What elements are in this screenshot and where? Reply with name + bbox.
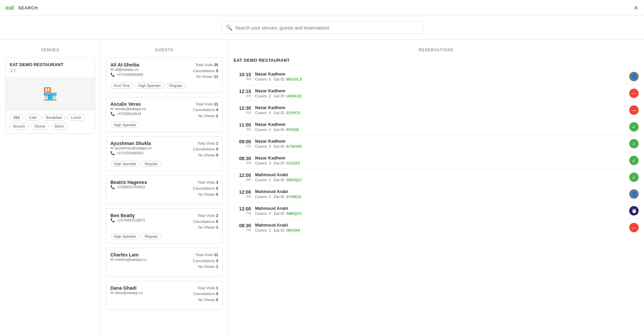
header: eat SEARCH ✕	[0, 0, 644, 16]
reservation-item[interactable]: 12:00 AM Mahmoud Arabi Covers: 2 Eat ID:…	[234, 186, 639, 202]
store-icon: 🏪	[43, 87, 58, 101]
search-input[interactable]	[235, 25, 418, 31]
guest-badges: High SpenderRegular	[110, 233, 218, 239]
guest-item[interactable]: Ayushman Shukla ✉ayushman@eatapp.co 📞+97…	[106, 136, 222, 172]
reservation-time-value: 09:00	[234, 139, 251, 144]
guest-item[interactable]: Charles Lam ✉charles@eatapp.co Total Vis…	[106, 248, 222, 277]
guests-section: GUESTS Ali Al-Sheiba ✉ali@eatapp.co 📞+97…	[101, 40, 228, 336]
reservation-time: 12:15 AM	[234, 89, 251, 98]
reservation-item[interactable]: 10:15 AM Nezar Kadhem Covers: 5 Eat ID: …	[234, 68, 639, 85]
reservation-item[interactable]: 12:00 AM Mahmoud Arabi Covers: 2 Eat ID:…	[234, 169, 639, 186]
reservation-id: 21PUC5	[286, 111, 300, 115]
no-shows: No Shows 1	[193, 225, 218, 231]
venue-tag: Bistro	[51, 123, 68, 130]
reservation-name: Mahmoud Arabi	[255, 172, 625, 177]
reservation-item[interactable]: 12:15 AM Nezar Kadhem Covers: 2 Eat ID: …	[234, 85, 639, 102]
reservation-id: XY0MZA	[286, 195, 301, 199]
reservation-meta: Covers: 3 Eat ID: G116X3	[255, 161, 625, 165]
reservation-time: 12:00 AM	[234, 189, 251, 198]
cancellations: Cancellations 5	[193, 68, 218, 74]
cancellations: Cancellations 5	[193, 219, 218, 225]
venue-tag: Dinner	[31, 123, 49, 130]
guest-name: Ali Al-Sheiba	[110, 62, 143, 67]
guest-phone: 📞+2358632769552	[110, 185, 147, 189]
reservation-time-period: AM	[234, 111, 251, 114]
guests-title: GUESTS	[106, 48, 222, 52]
venue-tags: $$$CafeBreakfastLunchBrunchDinnerBistro	[6, 111, 95, 134]
reservations-venue-title: EAT DEMO RESTAURANT	[234, 58, 639, 63]
guest-name: Ayushman Shukla	[110, 141, 152, 146]
reservation-time-value: 10:15	[234, 72, 251, 77]
venues-section: VENUES EAT DEMO RESTAURANT JLT 🏪 $$$Cafe…	[0, 40, 101, 336]
search-icon: 🔍	[226, 25, 233, 31]
guest-item[interactable]: Ali Al-Sheiba ✉ali@eatapp.co 📞+971505666…	[106, 58, 222, 93]
reservation-item[interactable]: 12:30 AM Nezar Kadhem Covers: 4 Eat ID: …	[234, 102, 639, 118]
reservation-name: Mahmoud Arabi	[255, 206, 625, 211]
reservation-item[interactable]: 12:00 PM Mahmoud Arabi Covers: 4 Eat ID:…	[234, 202, 639, 219]
reservation-time-period: AM	[234, 77, 251, 81]
reservation-status-icon: ⏰	[629, 206, 639, 215]
no-shows: No Shows 0	[193, 192, 218, 198]
reservation-id: SWXQ2J	[286, 178, 302, 182]
reservation-name: Nezar Kadhem	[255, 155, 625, 160]
guest-badge: High Spender	[135, 83, 164, 89]
guest-email: ✉ascalix@eatapp.co	[110, 107, 146, 111]
guest-badges: High Spender	[110, 122, 218, 128]
reservation-meta: Covers: 2 Eat ID: XY0MZA	[255, 195, 625, 199]
reservation-time-value: 08:30	[234, 223, 251, 228]
total-visits: Total Visits 1	[193, 141, 218, 147]
guest-phone: 📞+2474482518071	[110, 218, 145, 223]
reservation-id: A7SKWS	[286, 144, 302, 148]
guest-header: Dana Ghadi ✉dana@eatapp.co Total Visits …	[110, 285, 218, 303]
guest-header: Ascalix Veras ✉ascalix@eatapp.co 📞+97339…	[110, 101, 218, 119]
venue-card[interactable]: EAT DEMO RESTAURANT JLT 🏪 $$$CafeBreakfa…	[5, 58, 95, 134]
close-button[interactable]: ✕	[634, 4, 639, 12]
reservation-status-icon: 👤	[629, 72, 639, 81]
reservation-item[interactable]: 08:30 AM Nezar Kadhem Covers: 3 Eat ID: …	[234, 152, 639, 169]
reservation-name: Mahmoud Arabi	[255, 189, 625, 194]
guest-stats: Total Visits 25 Cancellations 5 No Shows…	[193, 62, 218, 80]
guest-name-block: Ali Al-Sheiba ✉ali@eatapp.co 📞+971505666…	[110, 62, 143, 78]
no-shows: No Shows 2	[193, 113, 218, 119]
guest-badges: High SpenderRegular	[110, 161, 218, 167]
header-search-label: SEARCH	[18, 5, 38, 10]
guest-item[interactable]: Ben Beatty 📞+2474482518071 Total Visits …	[106, 208, 222, 244]
guest-header: Ali Al-Sheiba ✉ali@eatapp.co 📞+971505666…	[110, 62, 218, 80]
reservation-details: Nezar Kadhem Covers: 5 Eat ID: MSGDLS	[255, 71, 625, 81]
reservation-time-value: 12:00	[234, 206, 251, 211]
search-bar[interactable]: 🔍	[221, 21, 423, 34]
reservation-time-period: AM	[234, 161, 251, 165]
reservation-status-icon: ✓	[629, 122, 639, 132]
guest-item[interactable]: Ascalix Veras ✉ascalix@eatapp.co 📞+97339…	[106, 97, 222, 132]
guest-item[interactable]: Dana Ghadi ✉dana@eatapp.co Total Visits …	[106, 281, 222, 310]
total-visits: Total Visits 11	[193, 252, 218, 258]
reservation-time-value: 12:00	[234, 189, 251, 195]
guest-stats: Total Visits 1 Cancellations 0 No Shows …	[193, 285, 218, 303]
cancellations: Cancellations 0	[193, 186, 218, 192]
guest-header: Ayushman Shukla ✉ayushman@eatapp.co 📞+97…	[110, 141, 218, 158]
guest-name: Ben Beatty	[110, 213, 145, 218]
venue-tag: Lunch	[67, 114, 85, 121]
reservation-details: Mahmoud Arabi Covers: 2 Eat ID: SWXQ2J	[255, 172, 625, 182]
reservation-meta: Covers: 2 Eat ID: SWXQ2J	[255, 178, 625, 182]
reservation-id: U4QA1Q	[286, 94, 301, 98]
reservation-item[interactable]: 09:00 PM Nezar Kadhem Covers: 3 Eat ID: …	[234, 135, 639, 152]
venues-title: VENUES	[5, 48, 95, 52]
reservation-item[interactable]: 08:30 PM Mahmoud Arabi Covers: 2 Eat ID:…	[234, 219, 639, 236]
reservation-time: 08:30 PM	[234, 223, 251, 232]
guest-header: Beatriz Hagenes 📞+2358632769552 Total Vi…	[110, 180, 218, 197]
reservation-time: 12:30 AM	[234, 105, 251, 114]
total-visits: Total Visits 3	[193, 180, 218, 186]
guest-badge: Regular	[141, 233, 161, 239]
reservation-status-icon: ✓	[629, 139, 639, 148]
reservation-time: 11:00 AM	[234, 122, 251, 131]
venue-tag: Breakfast	[43, 114, 65, 121]
guest-stats: Total Visits 11 Cancellations 3 No Shows…	[193, 252, 218, 270]
guest-phone: 📞+971505666666	[110, 73, 143, 77]
reservation-item[interactable]: 11:00 AM Nezar Kadhem Covers: 3 Eat ID: …	[234, 118, 639, 135]
guest-item[interactable]: Beatriz Hagenes 📞+2358632769552 Total Vi…	[106, 175, 222, 204]
reservation-details: Mahmoud Arabi Covers: 4 Eat ID: SM6QZO	[255, 206, 625, 215]
reservation-meta: Covers: 4 Eat ID: SM6QZO	[255, 211, 625, 215]
reservation-status-icon: ✓	[629, 173, 639, 182]
total-visits: Total Visits 2	[193, 213, 218, 219]
